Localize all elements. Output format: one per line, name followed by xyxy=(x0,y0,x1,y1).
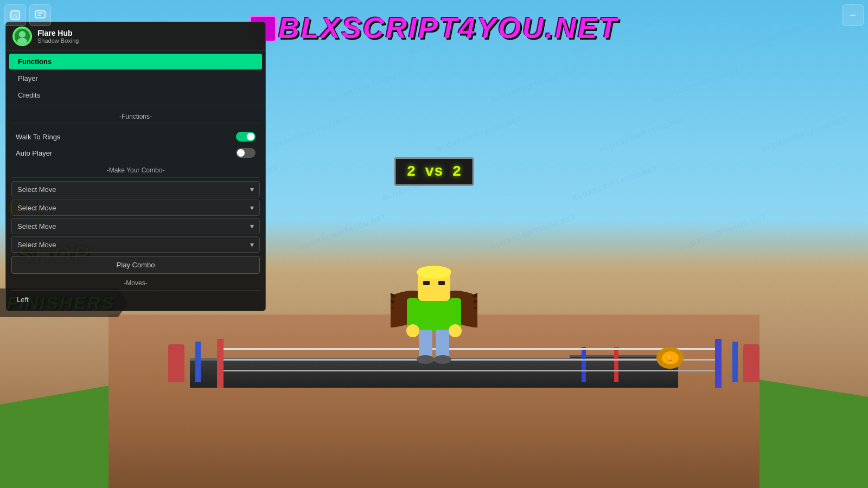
blue-pole-2 xyxy=(732,342,738,382)
svg-rect-11 xyxy=(419,298,449,331)
select-move-2[interactable]: Select Move ▾ xyxy=(11,200,260,216)
walk-to-rings-row: Walk To Rings xyxy=(11,129,260,145)
menu-content: -Functions- Walk To Rings Auto Player -M… xyxy=(6,106,265,311)
nav-player[interactable]: Player xyxy=(9,70,262,86)
moves-section-header: -Moves- xyxy=(11,277,260,291)
hub-avatar xyxy=(12,27,32,46)
title-logo: BLXSCRIPT4YOU.NET xyxy=(250,11,618,44)
svg-rect-18 xyxy=(423,281,430,285)
svg-point-14 xyxy=(406,324,419,337)
belt-trophy: 🏆 xyxy=(656,347,684,369)
move-left[interactable]: Left xyxy=(11,293,260,306)
character xyxy=(391,233,477,369)
select-move-3-label: Select Move xyxy=(17,222,56,230)
nav-functions[interactable]: Functions xyxy=(9,54,262,69)
roblox-menu-button[interactable]: ··· xyxy=(842,4,864,26)
chevron-down-icon-2: ▾ xyxy=(250,203,254,212)
punching-bag-right xyxy=(743,344,760,382)
hub-title-block: Flare Hub Shadow Boxing xyxy=(37,29,259,44)
select-move-1-label: Select Move xyxy=(17,185,56,194)
hub-subtitle: Shadow Boxing xyxy=(37,37,259,44)
chevron-down-icon-4: ▾ xyxy=(250,240,254,249)
roblox-chat-button[interactable] xyxy=(29,4,51,26)
hub-name: Flare Hub xyxy=(37,29,259,37)
roblox-top-right-icons: ··· xyxy=(842,4,864,26)
svg-point-15 xyxy=(449,324,462,337)
svg-point-32 xyxy=(19,31,25,37)
auto-player-toggle[interactable] xyxy=(236,148,256,158)
select-move-2-label: Select Move xyxy=(17,204,56,212)
select-move-4-label: Select Move xyxy=(17,241,56,249)
menu-header: Flare Hub Shadow Boxing xyxy=(6,22,265,51)
corner-pole-tr xyxy=(715,339,722,388)
chevron-down-icon-1: ▾ xyxy=(250,185,254,194)
svg-rect-13 xyxy=(449,298,461,328)
svg-text:⌂: ⌂ xyxy=(13,12,17,20)
walk-to-rings-toggle[interactable] xyxy=(236,132,256,142)
svg-rect-19 xyxy=(438,281,445,285)
svg-point-33 xyxy=(17,38,27,44)
select-move-3[interactable]: Select Move ▾ xyxy=(11,218,260,234)
roblox-top-left-icons: ⌂ xyxy=(4,4,51,26)
combo-section-header: -Make Your Combo- xyxy=(11,164,260,178)
menu-nav: Functions Player Credits xyxy=(6,51,265,106)
select-move-1[interactable]: Select Move ▾ xyxy=(11,181,260,197)
walk-to-rings-label: Walk To Rings xyxy=(16,133,60,141)
punching-bag-left xyxy=(168,344,184,382)
chevron-down-icon-3: ▾ xyxy=(250,222,254,230)
svg-rect-21 xyxy=(436,330,449,359)
blue-pole-1 xyxy=(195,342,201,382)
title-logo-text: BLXSCRIPT4YOU.NET xyxy=(278,11,618,44)
auto-player-row: Auto Player xyxy=(11,145,260,161)
play-combo-button[interactable]: Play Combo xyxy=(11,256,260,274)
functions-section-header: -Functions- xyxy=(11,111,260,124)
far-pole-r1 xyxy=(614,347,618,382)
auto-player-label: Auto Player xyxy=(16,149,52,157)
far-pole-r2 xyxy=(582,347,586,382)
scoreboard: 2 vs 2 xyxy=(394,157,474,186)
svg-point-17 xyxy=(417,266,451,279)
corner-pole-tl xyxy=(217,339,224,388)
select-move-4[interactable]: Select Move ▾ xyxy=(11,236,260,253)
svg-point-23 xyxy=(434,355,451,364)
svg-rect-28 xyxy=(35,11,45,18)
svg-point-22 xyxy=(417,355,434,364)
roblox-home-button[interactable]: ⌂ xyxy=(4,4,26,26)
svg-rect-12 xyxy=(407,298,419,328)
nav-credits[interactable]: Credits xyxy=(9,87,262,103)
menu-panel: Flare Hub Shadow Boxing Functions Player… xyxy=(5,22,266,311)
svg-rect-20 xyxy=(419,330,432,359)
scoreboard-text: 2 vs 2 xyxy=(407,163,462,180)
